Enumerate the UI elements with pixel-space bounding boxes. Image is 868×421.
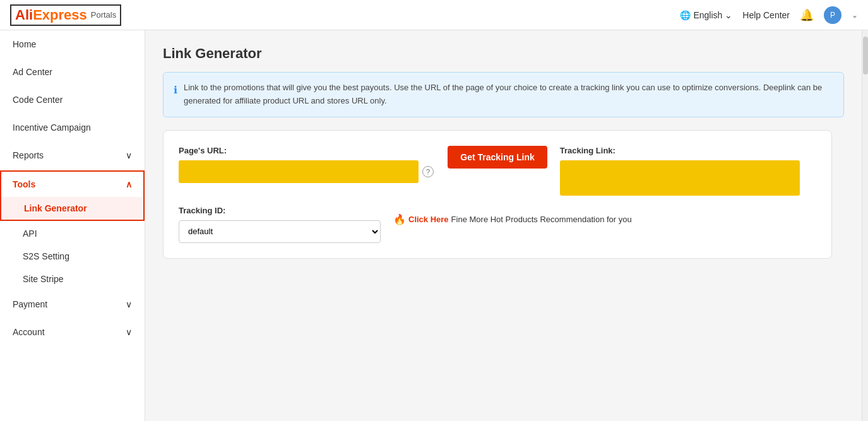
sidebar: Home Ad Center Code Center Incentive Cam… <box>0 30 145 421</box>
get-tracking-link-button[interactable]: Get Tracking Link <box>448 146 547 169</box>
header-right: 🌐 English ⌄ Help Center 🔔 P ⌄ <box>680 6 858 24</box>
sidebar-item-code-center-label: Code Center <box>13 95 62 105</box>
sidebar-item-payment[interactable]: Payment ∨ <box>0 290 145 318</box>
scrollbar-thumb[interactable] <box>863 37 868 74</box>
pages-url-label: Page's URL: <box>179 146 435 155</box>
header-left: AliExpress Portals <box>10 4 121 26</box>
main-content: Link Generator ℹ Link to the promotions … <box>145 30 862 421</box>
sidebar-item-ad-center-label: Ad Center <box>13 67 52 77</box>
tracking-id-label: Tracking ID: <box>179 206 381 215</box>
sidebar-item-tools-label: Tools <box>13 179 35 189</box>
sidebar-item-home[interactable]: Home <box>0 30 145 58</box>
pages-url-col: Page's URL: ? <box>179 146 435 183</box>
info-text: Link to the promotions that will give yo… <box>184 81 833 108</box>
fire-icon: 🔥 <box>393 213 406 225</box>
sidebar-item-incentive-campaign-label: Incentive Campaign <box>13 122 91 133</box>
tools-chevron-icon: ∧ <box>126 179 132 189</box>
account-chevron-icon: ∨ <box>126 327 132 337</box>
hot-products-row: 🔥 Click Here Fine More Hot Products Reco… <box>393 213 816 225</box>
url-help-icon[interactable]: ? <box>422 166 434 177</box>
sidebar-item-s2s-setting-label: S2S Setting <box>23 251 69 261</box>
scrollbar[interactable] <box>862 30 868 421</box>
tracking-link-col: Tracking Link: <box>560 146 816 196</box>
click-here-link[interactable]: Click Here <box>408 215 449 224</box>
header: AliExpress Portals 🌐 English ⌄ Help Cent… <box>0 0 868 30</box>
language-label: English <box>693 10 722 20</box>
info-box: ℹ Link to the promotions that will give … <box>163 72 844 117</box>
layout: Home Ad Center Code Center Incentive Cam… <box>0 30 868 421</box>
sidebar-item-reports[interactable]: Reports ∨ <box>0 141 145 169</box>
sidebar-item-code-center[interactable]: Code Center <box>0 86 145 114</box>
sidebar-item-account[interactable]: Account ∨ <box>0 318 145 346</box>
sidebar-item-link-generator[interactable]: Link Generator <box>1 197 143 220</box>
url-input-wrapper: ? <box>179 160 435 183</box>
language-chevron-icon: ⌄ <box>725 10 732 20</box>
user-menu-chevron-icon[interactable]: ⌄ <box>852 11 858 20</box>
tracking-link-output[interactable] <box>560 160 800 196</box>
logo-aliexpress: AliExpress <box>15 7 87 23</box>
logo-box[interactable]: AliExpress Portals <box>10 4 121 26</box>
sidebar-item-site-stripe[interactable]: Site Stripe <box>0 268 145 290</box>
sidebar-item-reports-label: Reports <box>13 150 44 160</box>
page-title: Link Generator <box>163 45 844 62</box>
sidebar-item-tools[interactable]: Tools ∧ <box>1 172 143 197</box>
info-icon: ℹ <box>174 82 177 98</box>
tracking-id-select[interactable]: default <box>179 220 381 243</box>
tracking-id-col: Tracking ID: default <box>179 206 381 243</box>
reports-chevron-icon: ∨ <box>126 150 132 160</box>
sidebar-item-home-label: Home <box>13 39 36 49</box>
globe-icon: 🌐 <box>680 10 691 20</box>
sidebar-item-payment-label: Payment <box>13 299 47 309</box>
logo-ali: Ali <box>15 7 33 23</box>
sidebar-item-account-label: Account <box>13 327 45 337</box>
payment-chevron-icon: ∨ <box>126 299 132 309</box>
get-tracking-btn-col: Get Tracking Link <box>448 146 547 169</box>
sidebar-item-s2s-setting[interactable]: S2S Setting <box>0 245 145 268</box>
logo-express: Express <box>33 7 87 23</box>
logo-portals: Portals <box>91 10 116 20</box>
sidebar-item-site-stripe-label: Site Stripe <box>23 274 64 284</box>
sidebar-item-api[interactable]: API <box>0 222 145 245</box>
pages-url-input[interactable] <box>179 160 419 183</box>
sidebar-item-ad-center[interactable]: Ad Center <box>0 58 145 86</box>
sidebar-item-incentive-campaign[interactable]: Incentive Campaign <box>0 114 145 141</box>
tracking-id-row: Tracking ID: default 🔥 Click Here Fine M… <box>179 206 816 243</box>
help-center-link[interactable]: Help Center <box>742 10 790 20</box>
tools-section: Tools ∧ Link Generator <box>0 170 145 221</box>
sidebar-item-api-label: API <box>23 228 37 239</box>
form-card: Page's URL: ? Get Tracking Link Tracking… <box>163 130 832 259</box>
language-selector[interactable]: 🌐 English ⌄ <box>680 10 732 20</box>
hot-products-col: 🔥 Click Here Fine More Hot Products Reco… <box>393 206 816 225</box>
hot-products-text: Fine More Hot Products Recommendation fo… <box>451 215 632 224</box>
tracking-link-label: Tracking Link: <box>560 146 816 155</box>
bell-icon[interactable]: 🔔 <box>800 8 814 22</box>
form-top-row: Page's URL: ? Get Tracking Link Tracking… <box>179 146 816 196</box>
avatar[interactable]: P <box>824 6 841 24</box>
sidebar-item-link-generator-label: Link Generator <box>24 203 87 213</box>
